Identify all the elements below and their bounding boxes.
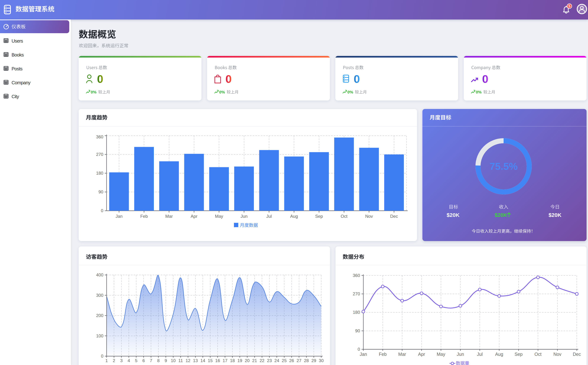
svg-text:Mar: Mar (165, 214, 173, 219)
svg-text:Apr: Apr (191, 214, 197, 219)
svg-text:2: 2 (113, 358, 115, 363)
svg-text:3: 3 (120, 358, 123, 363)
svg-text:Nov: Nov (365, 214, 373, 219)
svg-text:Jan: Jan (116, 214, 123, 219)
svg-text:180: 180 (353, 310, 360, 315)
svg-text:0%: 0% (476, 90, 482, 94)
svg-text:Jul: Jul (266, 214, 272, 219)
svg-text:11: 11 (178, 358, 183, 363)
svg-text:400: 400 (96, 273, 103, 277)
svg-text:Jan: Jan (360, 352, 367, 357)
svg-text:Dec: Dec (573, 352, 581, 357)
svg-text:Dec: Dec (390, 214, 398, 219)
svg-text:0%: 0% (219, 90, 225, 94)
svg-text:Oct: Oct (534, 352, 541, 357)
svg-text:4: 4 (128, 358, 130, 363)
svg-text:18: 18 (230, 358, 235, 363)
svg-text:1: 1 (105, 358, 108, 363)
svg-text:Feb: Feb (140, 214, 148, 219)
svg-text:Aug: Aug (495, 352, 503, 357)
svg-text:Books: Books (12, 52, 24, 57)
svg-text:75.5%: 75.5% (490, 161, 518, 172)
svg-text:27: 27 (297, 358, 301, 363)
svg-text:Oct: Oct (341, 214, 348, 219)
svg-text:$20K: $20K (495, 212, 508, 218)
svg-text:17: 17 (222, 358, 228, 363)
svg-text:360: 360 (96, 134, 103, 139)
svg-text:270: 270 (96, 152, 103, 157)
svg-text:29: 29 (311, 358, 316, 363)
svg-text:20: 20 (245, 358, 250, 363)
svg-text:180: 180 (96, 171, 103, 175)
svg-text:12: 12 (186, 358, 190, 363)
svg-text:0: 0 (358, 347, 360, 352)
svg-text:Aug: Aug (290, 214, 298, 219)
svg-text:May: May (215, 214, 223, 219)
svg-text:200: 200 (96, 313, 103, 318)
svg-text:Apr: Apr (418, 352, 425, 357)
svg-text:22: 22 (260, 358, 264, 363)
svg-text:Feb: Feb (379, 352, 387, 357)
svg-text:15: 15 (208, 358, 213, 363)
svg-text:5: 5 (568, 4, 570, 8)
svg-text:0: 0 (354, 73, 360, 85)
svg-text:23: 23 (267, 358, 272, 363)
svg-text:Jul: Jul (477, 352, 483, 357)
svg-text:Posts: Posts (12, 66, 22, 71)
svg-text:0: 0 (225, 73, 232, 85)
svg-text:90: 90 (355, 328, 360, 333)
svg-text:26: 26 (289, 358, 294, 363)
svg-text:90: 90 (98, 190, 103, 194)
svg-text:$20K: $20K (447, 212, 460, 218)
svg-text:5: 5 (135, 358, 137, 363)
svg-text:14: 14 (201, 358, 205, 363)
svg-text:30: 30 (319, 358, 324, 363)
svg-text:360: 360 (353, 273, 360, 278)
svg-text:8: 8 (157, 358, 160, 363)
svg-text:6: 6 (142, 358, 145, 363)
svg-text:7: 7 (150, 358, 152, 363)
svg-text:100: 100 (96, 333, 103, 338)
svg-text:May: May (437, 352, 445, 357)
svg-text:19: 19 (237, 358, 242, 363)
svg-text:Jun: Jun (241, 214, 248, 219)
svg-text:0: 0 (101, 354, 103, 358)
svg-text:Nov: Nov (553, 352, 561, 357)
svg-text:9: 9 (165, 358, 167, 363)
svg-text:0: 0 (101, 208, 103, 213)
svg-text:0: 0 (97, 73, 103, 85)
svg-text:Mar: Mar (398, 352, 406, 357)
svg-text:$20K: $20K (548, 212, 561, 218)
svg-text:0%: 0% (91, 90, 97, 94)
svg-text:Sep: Sep (315, 214, 323, 219)
svg-text:Company: Company (12, 80, 30, 85)
svg-text:28: 28 (304, 358, 309, 363)
svg-text:13: 13 (193, 358, 198, 363)
svg-text:21: 21 (252, 358, 257, 363)
svg-text:0%: 0% (347, 90, 353, 94)
svg-text:Users: Users (12, 38, 23, 44)
svg-text:City: City (12, 94, 19, 99)
svg-text:300: 300 (96, 293, 103, 298)
svg-text:16: 16 (215, 358, 220, 363)
svg-text:0: 0 (482, 73, 488, 85)
svg-text:270: 270 (353, 291, 360, 296)
svg-text:Jun: Jun (457, 352, 464, 357)
svg-text:Sep: Sep (515, 352, 523, 357)
svg-text:10: 10 (171, 358, 176, 363)
svg-text:24: 24 (274, 358, 279, 363)
svg-text:25: 25 (282, 358, 287, 363)
